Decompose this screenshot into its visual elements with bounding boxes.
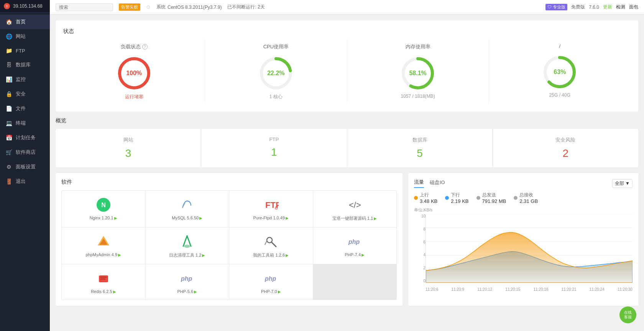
x-label-7: 11:20:30 <box>618 287 632 291</box>
legend-upload-label: 上行 <box>420 192 437 198</box>
chart-select-all[interactable]: 全部 ▼ <box>612 179 632 188</box>
php74-arrow-icon: ▶ <box>361 253 365 257</box>
software-nginx[interactable]: N Nginx 1.20.1▶ <box>62 191 145 227</box>
gauge-disk-value: 63% <box>554 69 566 76</box>
status-section: 状态 负载状态 ? 100% 运行堵塞 <box>56 20 638 112</box>
sidebar-item-store[interactable]: 🛒 软件商店 <box>0 145 50 160</box>
alert-badge[interactable]: 告警失败 <box>119 3 140 11</box>
deploy-name: 宝塔一键部署源码 1.1▶ <box>332 216 377 221</box>
legend-upload: 上行 3.48 KB <box>414 192 437 204</box>
gauge-cpu-subtitle: 1 核心 <box>269 94 283 100</box>
main-panel: 告警失败 ⚙ 系统 CentOS 8.3.2011(Py3.7.9) 已不间断运… <box>50 0 644 331</box>
y-label-8: 8 <box>414 227 426 231</box>
y-label-10: 10 <box>414 214 426 218</box>
sidebar-item-terminal[interactable]: 💻 终端 <box>0 116 50 130</box>
overview-card-security[interactable]: 安全风险 2 <box>493 129 638 167</box>
logclean-name: 日志清理工具 1.2▶ <box>169 252 205 258</box>
software-ftpd[interactable]: FTP d Pure-Ftpd 1.0.49▶ <box>229 191 313 227</box>
gauge-load-circle: 100% <box>117 56 151 91</box>
software-redis[interactable]: Redis 6.2.5▶ <box>62 264 145 300</box>
gauge-disk: / 63% 25G / 40G <box>489 40 631 104</box>
overview-website-label: 网站 <box>63 137 193 143</box>
software-deploy[interactable]: </> 宝塔一键部署源码 1.1▶ <box>313 191 397 227</box>
x-label-2: 11:20:12 <box>477 287 492 291</box>
update-link[interactable]: 更新 <box>603 4 612 10</box>
sidebar-label-ftp: FTP <box>16 48 25 54</box>
sidebar-item-monitor[interactable]: 📊 监控 <box>0 72 50 87</box>
overview-card-db[interactable]: 数据库 5 <box>347 129 493 167</box>
overview-card-ftp[interactable]: FTP 1 <box>201 129 347 167</box>
svg-text:php: php <box>348 239 360 245</box>
sidebar-label-terminal: 终端 <box>16 120 26 127</box>
gauge-disk-circle: 63% <box>542 55 577 89</box>
deploy-arrow-icon: ▶ <box>374 216 377 221</box>
database-icon: 🗄 <box>6 62 12 68</box>
gauge-load-title: 负载状态 ? <box>121 43 148 50</box>
gauge-load: 负载状态 ? 100% 运行堵塞 <box>63 40 205 104</box>
sidebar-item-crontab[interactable]: 📅 计划任务 <box>0 130 50 145</box>
software-tools[interactable]: 我的工具箱 1.2.6▶ <box>229 227 313 264</box>
sidebar-item-security[interactable]: 🔒 安全 <box>0 87 50 101</box>
software-logclean[interactable]: 日志清理工具 1.2▶ <box>146 227 229 264</box>
gauge-cpu-value: 22.2% <box>267 70 284 77</box>
redis-arrow-icon: ▶ <box>113 290 116 294</box>
sidebar-item-database[interactable]: 🗄 数据库 <box>0 58 50 72</box>
files-icon: 📄 <box>6 105 12 112</box>
tools-name: 我的工具箱 1.2.6▶ <box>253 252 289 258</box>
software-grid: N Nginx 1.20.1▶ <box>61 190 397 300</box>
search-input[interactable] <box>59 5 110 10</box>
y-label-0: 0 <box>414 279 426 283</box>
overview-card-website[interactable]: 网站 3 <box>56 129 201 167</box>
sidebar-label-files: 文件 <box>16 105 26 112</box>
chevron-down-icon: ▼ <box>625 181 630 186</box>
legend-upload-dot <box>414 196 418 200</box>
sidebar-item-website[interactable]: 🌐 网站 <box>0 29 50 44</box>
mysql-arrow-icon: ▶ <box>199 216 202 220</box>
gauge-memory-title: 内存使用率 <box>406 43 430 50</box>
php74-name: PHP-7.4▶ <box>345 252 365 257</box>
online-chat-button[interactable]: 在线客服 <box>619 306 636 323</box>
legend-total-send: 总发送 791.92 MB <box>476 192 506 204</box>
overview-ftp-value: 1 <box>209 146 339 158</box>
svg-point-18 <box>184 245 190 248</box>
crontab-icon: 📅 <box>6 135 12 141</box>
phpmyadmin-arrow-icon: ▶ <box>118 253 121 257</box>
svg-text:N: N <box>101 202 106 208</box>
online-chat-label: 在线客服 <box>624 310 632 319</box>
chart-tab-diskio[interactable]: 磁盘IO <box>430 179 445 188</box>
software-mysql[interactable]: MySQL 5.6.50▶ <box>146 191 229 227</box>
redis-name: Redis 6.2.5▶ <box>91 289 116 294</box>
sidebar-item-logout[interactable]: 🚪 退出 <box>0 174 50 189</box>
sidebar-item-ftp[interactable]: 📁 FTP <box>0 44 50 58</box>
check-link[interactable]: 检测 <box>616 4 625 10</box>
ftpd-icon: FTP d <box>263 196 279 213</box>
overview-website-value: 3 <box>63 147 193 160</box>
sidebar-label-database: 数据库 <box>16 61 31 68</box>
svg-text:</>: </> <box>349 200 361 210</box>
chart-tab-traffic[interactable]: 流量 <box>414 179 424 188</box>
sidebar-item-settings[interactable]: ⚙ 面板设置 <box>0 160 50 174</box>
website-icon: 🌐 <box>6 33 12 40</box>
chart-section: 流量 磁盘IO 全部 ▼ 上行 3.48 KB <box>408 173 638 306</box>
y-label-2: 2 <box>414 266 426 270</box>
ftpd-name: Pure-Ftpd 1.0.49▶ <box>253 216 289 220</box>
config-link[interactable]: 面包 <box>629 4 638 10</box>
notification-badge[interactable]: 0 <box>4 3 10 9</box>
software-php56[interactable]: php PHP-5.6▶ <box>146 264 229 300</box>
software-php74[interactable]: php PHP-7.4▶ <box>313 227 397 264</box>
software-phpmyadmin[interactable]: phpMyAdmin 4.9▶ <box>62 227 145 264</box>
gauge-memory: 内存使用率 58.1% 1057 / 1818(MB) <box>347 40 489 104</box>
mysql-name: MySQL 5.6.50▶ <box>172 216 202 220</box>
sidebar-item-home[interactable]: 🏠 首页 <box>0 15 50 29</box>
nginx-icon: N <box>95 196 112 213</box>
phpmyadmin-icon <box>95 233 112 250</box>
version-label: 7.6.0 <box>589 5 599 10</box>
ftp-icon: 📁 <box>6 48 12 54</box>
search-box[interactable] <box>56 3 113 11</box>
sidebar-item-files[interactable]: 📄 文件 <box>0 101 50 116</box>
gauge-cpu-title: CPU使用率 <box>263 43 289 50</box>
legend-total-recv-dot <box>514 196 518 200</box>
info-icon-load[interactable]: ? <box>142 44 148 49</box>
store-icon: 🛒 <box>6 149 12 155</box>
software-php70[interactable]: php PHP-7.0▶ <box>229 264 313 300</box>
